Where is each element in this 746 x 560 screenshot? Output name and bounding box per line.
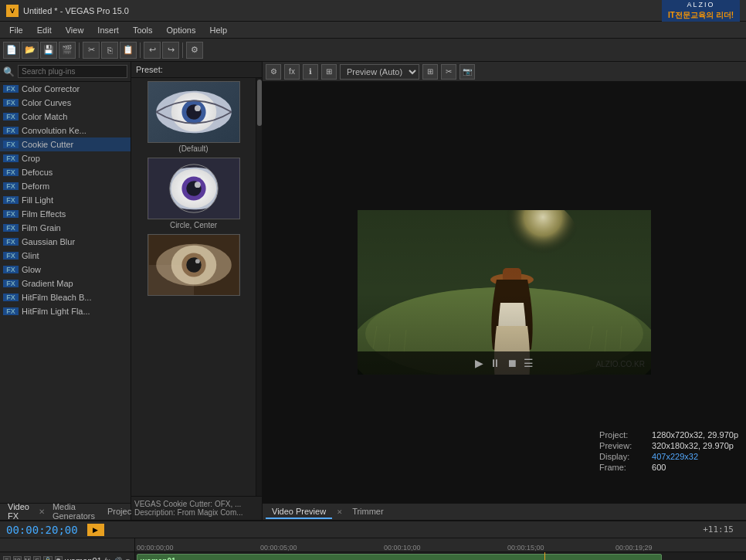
plugin-hitfilm-light[interactable]: FX HitFilm Light Fla... <box>0 304 131 318</box>
open-button[interactable]: 📂 <box>22 42 39 59</box>
plugin-glint[interactable]: FX Glint <box>0 249 131 263</box>
plugin-cookie-cutter[interactable]: FX Cookie Cutter <box>0 137 131 151</box>
menu-file[interactable]: File <box>3 24 29 36</box>
plugin-name: Fill Light <box>22 195 53 205</box>
info-row-display: Display: 407x229x32 <box>599 452 738 461</box>
track-rec[interactable]: ⏺ <box>55 556 63 561</box>
menu-bar: File Edit View Insert Tools Options Help <box>0 22 746 39</box>
tab-video-preview-close[interactable]: ✕ <box>337 508 343 516</box>
plugin-color-curves[interactable]: FX Color Curves <box>0 96 131 110</box>
svg-line-24 <box>388 334 390 357</box>
stop-button[interactable]: ⏹ <box>507 357 517 369</box>
preset-circle-center[interactable]: Circle, Center <box>134 158 253 229</box>
plugin-deform[interactable]: FX Deform <box>0 179 131 193</box>
info-row-frame: Frame: 600 <box>599 463 738 472</box>
plugin-fill-light[interactable]: FX Fill Light <box>0 193 131 207</box>
plugin-defocus[interactable]: FX Defocus <box>0 165 131 179</box>
menu-tools[interactable]: Tools <box>127 24 159 36</box>
tab-trimmer[interactable]: Trimmer <box>346 505 390 519</box>
track-header-1: ≡ 10 M S 🔒 ⏺ woman01 fx 🔊 ≡ <box>0 552 134 560</box>
fx-badge: FX <box>3 113 19 120</box>
grid-btn[interactable]: ⊞ <box>422 64 438 80</box>
playhead[interactable] <box>544 552 545 560</box>
redo-button[interactable]: ↪ <box>162 42 179 59</box>
preview-controls: ▶ ⏸ ⏹ ☰ <box>358 351 651 375</box>
properties-btn[interactable]: ℹ <box>303 64 318 80</box>
plugin-crop[interactable]: FX Crop <box>0 151 131 165</box>
plugin-gaussian-blur[interactable]: FX Gaussian Blur <box>0 235 131 249</box>
preset-scroll-thumb[interactable] <box>257 80 262 126</box>
paste-button[interactable]: 📋 <box>120 42 137 59</box>
svg-line-25 <box>404 330 406 353</box>
clip-woman01[interactable]: woman01 <box>137 554 662 560</box>
plugin-name: Gradient Map <box>22 279 73 288</box>
track-mute[interactable]: M <box>24 556 32 561</box>
plugin-film-effects[interactable]: FX Film Effects <box>0 207 131 221</box>
plugin-name: HitFilm Light Fla... <box>22 307 90 316</box>
fx-badge: FX <box>3 168 19 176</box>
tab-video-fx-close[interactable]: ✕ <box>39 507 45 516</box>
plugin-name: Color Corrector <box>22 84 80 93</box>
plugin-color-corrector[interactable]: FX Color Corrector <box>0 82 131 96</box>
menu-insert[interactable]: Insert <box>91 24 125 36</box>
fx-btn[interactable]: fx <box>284 64 300 80</box>
plugin-gradient-map[interactable]: FX Gradient Map <box>0 277 131 290</box>
snip-btn[interactable]: ✂ <box>441 64 456 80</box>
frame-label: Frame: <box>599 463 646 472</box>
preset-panel: Preset: <box>131 62 263 520</box>
undo-button[interactable]: ↩ <box>144 42 161 59</box>
tab-video-fx[interactable]: Video FX <box>3 501 34 524</box>
plugin-glow[interactable]: FX Glow <box>0 263 131 277</box>
preset-partial[interactable] <box>134 234 253 297</box>
tab-media-generators[interactable]: Media Generators <box>48 501 100 524</box>
menu-button[interactable]: ☰ <box>524 357 534 369</box>
right-area: ⚙ fx ℹ ⊞ Preview (Auto) ⊞ ✂ 📷 <box>263 62 746 520</box>
menu-help[interactable]: Help <box>203 24 233 36</box>
save-button[interactable]: 💾 <box>40 42 57 59</box>
preset-thumb-partial[interactable] <box>148 234 240 296</box>
render-button[interactable]: 🎬 <box>59 42 76 59</box>
plugin-name: Color Curves <box>22 98 71 107</box>
track-fx-icon[interactable]: fx <box>104 556 111 561</box>
track-lock[interactable]: 🔒 <box>43 556 53 561</box>
plugin-hitfilm-bleach[interactable]: FX HitFilm Bleach B... <box>0 290 131 304</box>
menu-options[interactable]: Options <box>161 24 202 36</box>
track-solo[interactable]: S <box>33 556 41 561</box>
fx-badge: FX <box>3 210 19 218</box>
fx-badge: FX <box>3 266 19 273</box>
fx-badge: FX <box>3 294 19 301</box>
plugin-film-grain[interactable]: FX Film Grain <box>0 221 131 235</box>
plugin-color-match[interactable]: FX Color Match <box>0 110 131 124</box>
menu-view[interactable]: View <box>59 24 90 36</box>
settings-button[interactable]: ⚙ <box>186 42 203 59</box>
preview-select[interactable]: Preview (Auto) <box>340 64 419 80</box>
menu-edit[interactable]: Edit <box>31 24 58 36</box>
tab-video-preview[interactable]: Video Preview <box>266 505 332 519</box>
new-button[interactable]: 📄 <box>3 42 20 59</box>
track-menu-icon[interactable]: ≡ <box>124 556 131 561</box>
ruler-mark-2: 00:00:10;00 <box>384 544 421 552</box>
cut-button[interactable]: ✂ <box>83 42 100 59</box>
track-ctrl[interactable]: ≡ <box>3 556 11 561</box>
search-input[interactable] <box>18 65 127 78</box>
preset-thumb-default[interactable] <box>148 81 240 143</box>
plugin-name: Film Effects <box>22 209 66 219</box>
play-button[interactable]: ▶ <box>475 357 483 369</box>
timeline-marker: ▶ <box>87 524 104 536</box>
plugin-convolution[interactable]: FX Convolution Ke... <box>0 124 131 137</box>
track-vol-icon[interactable]: 🔊 <box>114 556 122 561</box>
pause-button[interactable]: ⏸ <box>490 357 500 369</box>
svg-point-19 <box>195 259 199 263</box>
svg-line-28 <box>620 326 622 349</box>
split-btn[interactable]: ⊞ <box>321 64 337 80</box>
frame-value: 600 <box>652 463 666 472</box>
preset-thumb-circle[interactable] <box>148 158 240 219</box>
time-ruler: 00:00:00;00 00:00:05;00 00:00:10;00 00:0… <box>135 538 746 552</box>
copy-button[interactable]: ⎘ <box>101 42 118 59</box>
project-label: Project: <box>599 430 646 440</box>
plugin-panel: 🔍 FX Color Corrector FX Color Curves FX … <box>0 62 131 520</box>
capture-btn[interactable]: 📷 <box>459 64 475 80</box>
settings-btn[interactable]: ⚙ <box>266 64 281 80</box>
preset-scrollbar[interactable] <box>256 78 262 496</box>
preset-default[interactable]: (Default) <box>134 81 253 153</box>
